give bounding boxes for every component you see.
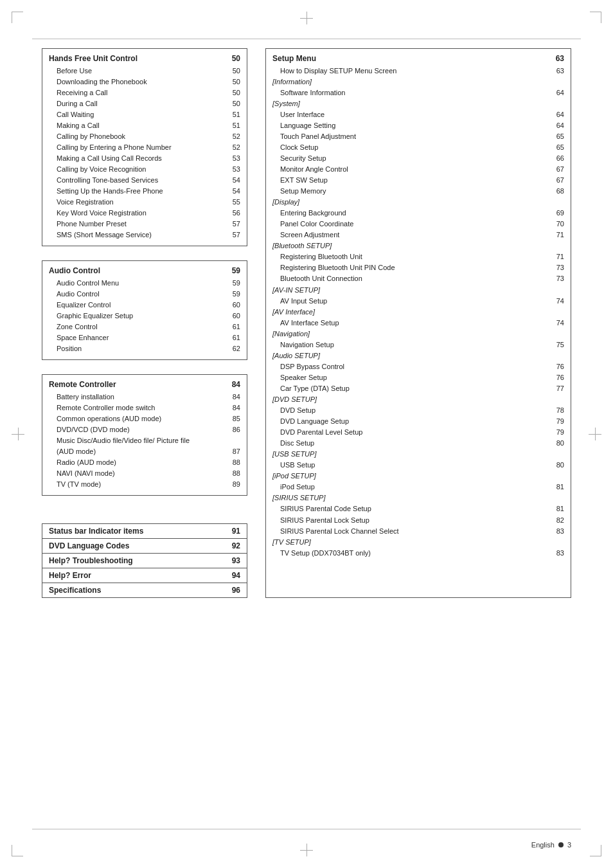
item-page: 84 [226,392,240,402]
item-label: Graphic Equalizer Setup [57,311,226,321]
list-item: [iPod SETUP] [272,471,564,482]
list-item: Disc Setup80 [272,438,564,449]
audio-control-box: Audio Control 59 Audio Control Menu59Aud… [42,260,247,360]
remote-controller-items: Battery installation84Remote Controller … [49,392,240,490]
setup-menu-page: 63 [550,53,564,65]
list-item: Making a Call Using Call Records53 [49,153,240,164]
item-page: 50 [226,66,240,77]
crosshair-bottom [300,844,313,856]
list-item: iPod Setup81 [272,482,564,493]
list-item: Controlling Tone-based Services54 [49,175,240,186]
setup-item-label: Registering Bluetooth Unit PIN Code [280,262,550,273]
setup-item-page: 77 [550,383,564,394]
setup-item-page: 79 [550,416,564,427]
item-label: During a Call [57,98,226,109]
item-page: 59 [226,278,240,289]
list-item: Position62 [49,343,240,354]
bottom-item-page: 91 [226,527,240,536]
list-item: SIRIUS Parental Lock Setup82 [272,515,564,526]
bottom-item-page: 96 [226,586,240,595]
crosshair-right [589,428,601,440]
audio-control-items: Audio Control Menu59Audio Control59Equal… [49,278,240,354]
list-item: Panel Color Coordinate70 [272,219,564,230]
setup-item-page: 65 [550,142,564,153]
setup-item-label: Speaker Setup [280,372,550,383]
setup-item-page: 64 [550,120,564,131]
footer-language: English [531,841,555,849]
setup-item-label: Touch Panel Adjustment [280,131,550,142]
list-item: Battery installation84 [49,392,240,402]
item-page: 50 [226,77,240,87]
list-item: Registering Bluetooth Unit PIN Code73 [272,262,564,273]
item-label: NAVI (NAVI mode) [57,468,226,479]
item-label: SMS (Short Message Service) [57,230,226,240]
item-label: Phone Number Preset [57,219,226,230]
list-item: Audio Control59 [49,289,240,300]
setup-item-page: 76 [550,372,564,383]
list-item: [Audio SETUP] [272,350,564,361]
setup-item-page: 80 [550,460,564,471]
item-label: Calling by Voice Recognition [57,164,226,175]
item-label: Music Disc/Audio file/Video file/ Pictur… [57,435,226,446]
list-item: TV (TV mode)89 [49,479,240,490]
bottom-items-container: Status bar Indicator items91DVD Language… [42,524,247,598]
item-page: 50 [226,87,240,98]
item-page: 57 [226,230,240,240]
list-item: Remote Controller mode switch84 [49,402,240,413]
setup-item-label: Panel Color Coordinate [280,219,550,230]
item-label: Making a Call Using Call Records [57,153,226,164]
left-column: Hands Free Unit Control 50 Before Use50D… [42,48,247,598]
setup-item-label: [Bluetooth SETUP] [272,240,550,251]
item-label: Downloading the Phonebook [57,77,226,87]
setup-item-label: DVD Language Setup [280,416,550,427]
setup-item-label: Security Setup [280,153,550,164]
item-page: 51 [226,120,240,131]
item-page: 88 [226,468,240,479]
remote-controller-header: Remote Controller 84 [49,379,240,391]
list-item: Monitor Angle Control67 [272,164,564,175]
setup-item-label: Screen Adjustment [280,230,550,240]
item-label: Setting Up the Hands-Free Phone [57,186,226,197]
setup-item-label: DVD Parental Level Setup [280,427,550,438]
item-label: Before Use [57,66,226,77]
item-label: Calling by Entering a Phone Number [57,142,226,153]
setup-item-page: 64 [550,87,564,98]
setup-item-label: [USB SETUP] [272,449,550,460]
list-item: (AUD mode)87 [49,446,240,457]
list-item: Space Enhancer61 [49,332,240,343]
setup-item-page: 63 [550,66,564,77]
item-page: 86 [226,424,240,435]
list-item: Software Information64 [272,87,564,98]
hands-free-box: Hands Free Unit Control 50 Before Use50D… [42,48,247,246]
list-item: During a Call50 [49,98,240,109]
item-page: 60 [226,300,240,311]
list-item: [Information] [272,77,564,87]
item-label: Position [57,343,226,354]
setup-item-page: 73 [550,262,564,273]
setup-item-label: Language Setting [280,120,550,131]
item-page: 61 [226,332,240,343]
setup-item-label: Software Information [280,87,550,98]
item-label: DVD/VCD (DVD mode) [57,424,226,435]
item-page: 51 [226,109,240,120]
setup-item-label: Disc Setup [280,438,550,449]
setup-item-label: [TV SETUP] [272,537,550,548]
hrule-top [32,39,581,39]
remote-controller-title: Remote Controller [49,379,226,391]
setup-item-label: AV Input Setup [280,296,550,307]
corner-tl [12,12,23,23]
item-page: 53 [226,164,240,175]
item-label: Controlling Tone-based Services [57,175,226,186]
setup-item-page: 67 [550,164,564,175]
list-item: Common operations (AUD mode)85 [49,413,240,424]
item-page: 61 [226,321,240,332]
audio-control-title: Audio Control [49,265,226,277]
list-item: Radio (AUD mode)88 [49,457,240,468]
list-item: Zone Control61 [49,321,240,332]
list-item: Calling by Entering a Phone Number52 [49,142,240,153]
setup-item-page: 76 [550,361,564,372]
item-page: 54 [226,175,240,186]
setup-item-label: [AV Interface] [272,307,550,318]
setup-item-label: [Audio SETUP] [272,350,550,361]
list-item: DSP Bypass Control76 [272,361,564,372]
